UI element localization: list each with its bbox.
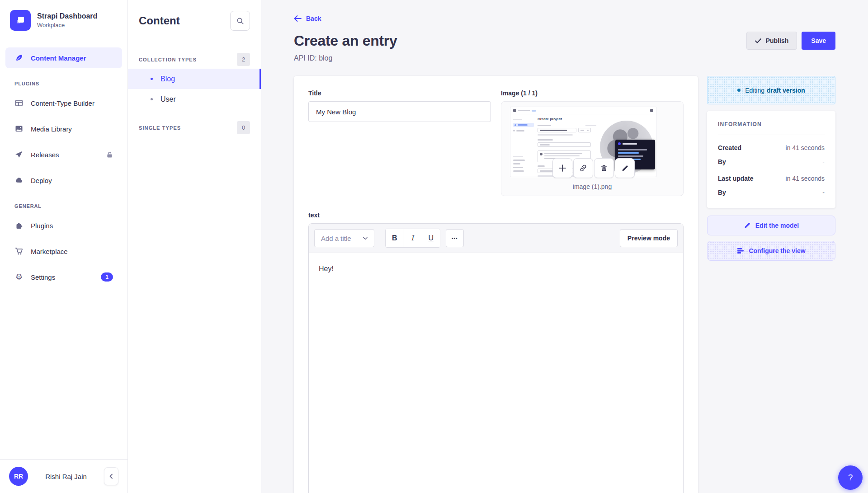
divider	[718, 135, 825, 135]
info-label: Created	[718, 144, 741, 151]
gear-icon: ⚙	[14, 273, 24, 281]
info-row-created-by: By -	[718, 158, 825, 165]
format-button-group: B I U	[385, 229, 440, 248]
bullet-icon	[151, 98, 153, 100]
image-icon	[14, 125, 24, 133]
strapi-logo	[10, 10, 31, 31]
sidebar-item-label: Settings	[31, 273, 55, 281]
collapse-sidebar-button[interactable]	[104, 467, 118, 485]
sidebar-item-label: Content Manager	[31, 54, 86, 62]
information-card: INFORMATION Created in 41 seconds By - L…	[707, 111, 835, 208]
app-window: Strapi Dashboard Workplace Content Manag…	[0, 0, 868, 493]
heading-select-value: Add a title	[321, 235, 351, 242]
image-filename: image (1).png	[501, 183, 683, 190]
status-dot-icon	[737, 89, 741, 92]
sidebar-item-plugins[interactable]: Plugins	[5, 215, 122, 236]
title-input[interactable]	[308, 101, 491, 122]
sidebar-item-content-manager[interactable]: Content Manager	[5, 47, 122, 68]
cloud-icon	[14, 176, 24, 184]
configure-view-button[interactable]: Configure the view	[707, 241, 835, 261]
edit-model-button[interactable]: Edit the model	[707, 216, 835, 235]
user-name: Rishi Raj Jain	[28, 473, 104, 480]
entry-form-card: Title Image (1 / 1)	[294, 76, 698, 493]
link-icon	[579, 164, 587, 172]
sidebar-section-plugins: PLUGINS	[14, 81, 113, 86]
save-button[interactable]: Save	[802, 32, 835, 50]
strapi-logo-icon	[15, 15, 26, 26]
info-label: By	[718, 158, 726, 165]
publish-label: Publish	[766, 37, 789, 44]
arrow-left-icon	[294, 15, 302, 22]
info-value: in 41 seconds	[786, 175, 825, 182]
user-avatar[interactable]: RR	[9, 467, 28, 486]
underline-button[interactable]: U	[422, 229, 440, 247]
info-label: By	[718, 189, 726, 196]
pencil-icon	[744, 222, 751, 229]
plus-icon	[558, 164, 566, 172]
type-label: Blog	[160, 75, 175, 83]
sidebar-item-releases[interactable]: Releases	[5, 144, 122, 165]
help-button[interactable]: ?	[838, 465, 863, 490]
content-sidebar: Content COLLECTION TYPES 2 Blog User SIN…	[128, 0, 261, 493]
delete-media-button[interactable]	[594, 158, 614, 178]
type-label: User	[160, 95, 176, 103]
cart-icon	[14, 247, 24, 255]
info-label: Last update	[718, 175, 754, 182]
chevron-down-icon	[363, 237, 368, 240]
back-link[interactable]: Back	[294, 15, 321, 22]
sidebar-item-content-type-builder[interactable]: Content-Type Builder	[5, 93, 122, 113]
subnav-item-blog[interactable]: Blog	[128, 69, 261, 89]
sidebar-item-marketplace[interactable]: Marketplace	[5, 241, 122, 262]
check-icon	[755, 38, 761, 43]
heading-select[interactable]: Add a title	[314, 229, 374, 247]
info-value: in 41 seconds	[786, 144, 825, 151]
collection-types-label: COLLECTION TYPES	[139, 57, 197, 62]
main-sidebar: Strapi Dashboard Workplace Content Manag…	[0, 0, 128, 493]
edit-media-button[interactable]	[615, 158, 635, 178]
trash-icon	[600, 164, 608, 172]
add-media-button[interactable]	[552, 158, 572, 178]
more-options-button[interactable]: •••	[446, 229, 464, 247]
editor-text: Hey!	[319, 265, 334, 272]
text-field-label: text	[308, 211, 684, 219]
pencil-icon	[621, 164, 629, 172]
brand: Strapi Dashboard Workplace	[0, 0, 127, 40]
chevron-left-icon	[108, 474, 114, 479]
sidebar-item-label: Deploy	[31, 177, 52, 184]
copy-link-button[interactable]	[573, 158, 593, 178]
sidebar-item-deploy[interactable]: Deploy	[5, 170, 122, 191]
info-value: -	[822, 189, 825, 196]
single-types-label: SINGLE TYPES	[139, 125, 181, 131]
feather-icon	[14, 54, 24, 62]
info-row-last-update: Last update in 41 seconds	[718, 175, 825, 182]
sidebar-item-media-library[interactable]: Media Library	[5, 118, 122, 139]
workspace-name: Workplace	[37, 22, 97, 28]
preview-mode-button[interactable]: Preview mode	[620, 229, 678, 247]
divider	[139, 40, 152, 40]
editor-content[interactable]: Hey!	[309, 253, 683, 493]
sidebar-footer: RR Rishi Raj Jain	[0, 459, 127, 493]
sidebar-item-settings[interactable]: ⚙ Settings 1	[5, 267, 122, 287]
image-field-card: Create project	[501, 101, 684, 196]
title-field-label: Title	[308, 89, 491, 97]
list-icon	[737, 248, 744, 254]
publish-button[interactable]: Publish	[746, 32, 797, 50]
sidebar-item-label: Marketplace	[31, 248, 68, 255]
notification-badge: 1	[101, 272, 113, 282]
preview-mode-label: Preview mode	[627, 235, 670, 242]
thumbnail-sidebar	[510, 114, 537, 177]
bold-button[interactable]: B	[386, 229, 404, 247]
draft-status-banner: Editing draft version	[707, 76, 835, 104]
search-button[interactable]	[230, 11, 250, 31]
italic-button[interactable]: I	[404, 229, 422, 247]
draft-status-prefix: Editing	[745, 87, 764, 94]
thumbnail-heading: Create project	[538, 117, 596, 122]
collection-types-count: 2	[237, 53, 250, 66]
subnav-item-user[interactable]: User	[128, 89, 261, 109]
grid-icon	[14, 99, 24, 107]
sidebar-item-label: Content-Type Builder	[31, 99, 94, 107]
information-title: INFORMATION	[718, 121, 825, 127]
thumbnail-topbar	[510, 107, 656, 114]
save-label: Save	[811, 37, 826, 44]
api-id-subtitle: API ID: blog	[294, 54, 835, 62]
